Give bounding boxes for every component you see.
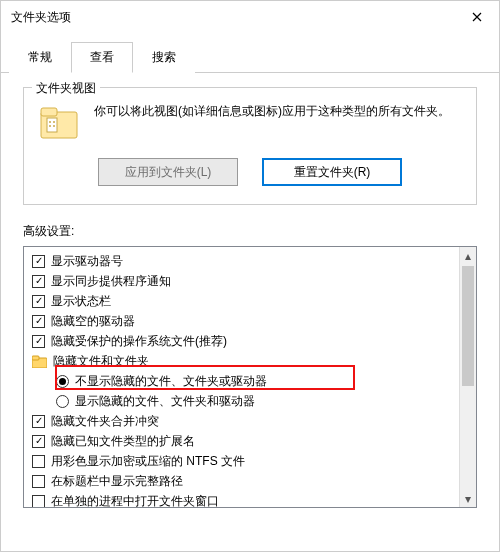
advanced-label: 高级设置: (23, 223, 477, 240)
list-item[interactable]: 显示状态栏 (26, 291, 474, 311)
list-item-radio[interactable]: 不显示隐藏的文件、文件夹或驱动器 (26, 371, 474, 391)
group-title: 文件夹视图 (32, 80, 100, 97)
tab-view[interactable]: 查看 (71, 42, 133, 73)
scrollbar[interactable]: ▴ ▾ (459, 247, 476, 507)
scroll-thumb[interactable] (462, 266, 474, 386)
list-item[interactable]: 在标题栏中显示完整路径 (26, 471, 474, 491)
list-item[interactable]: 显示驱动器号 (26, 251, 474, 271)
radio-icon[interactable] (56, 375, 69, 388)
close-button[interactable] (454, 1, 499, 33)
list-item[interactable]: 隐藏受保护的操作系统文件(推荐) (26, 331, 474, 351)
tab-search[interactable]: 搜索 (133, 42, 195, 73)
advanced-settings-list[interactable]: 显示驱动器号 显示同步提供程序通知 显示状态栏 隐藏空的驱动器 隐藏受保护的操作… (23, 246, 477, 508)
folder-icon (32, 355, 47, 368)
window-title: 文件夹选项 (11, 9, 71, 26)
svg-rect-2 (47, 118, 57, 132)
close-icon (472, 12, 482, 22)
checkbox-icon[interactable] (32, 275, 45, 288)
list-group-header[interactable]: 隐藏文件和文件夹 (26, 351, 474, 371)
svg-point-6 (53, 125, 55, 127)
scroll-down-icon[interactable]: ▾ (460, 490, 476, 507)
list-item[interactable]: 显示同步提供程序通知 (26, 271, 474, 291)
checkbox-icon[interactable] (32, 455, 45, 468)
folder-icon (38, 102, 80, 144)
list-item-radio[interactable]: 显示隐藏的文件、文件夹和驱动器 (26, 391, 474, 411)
checkbox-icon[interactable] (32, 335, 45, 348)
reset-folders-button[interactable]: 重置文件夹(R) (262, 158, 402, 186)
svg-point-5 (49, 125, 51, 127)
checkbox-icon[interactable] (32, 435, 45, 448)
tabs: 常规 查看 搜索 (1, 33, 499, 73)
list-item[interactable]: 在单独的进程中打开文件夹窗口 (26, 491, 474, 508)
radio-icon[interactable] (56, 395, 69, 408)
svg-rect-8 (32, 356, 39, 360)
checkbox-icon[interactable] (32, 315, 45, 328)
list-item[interactable]: 隐藏文件夹合并冲突 (26, 411, 474, 431)
checkbox-icon[interactable] (32, 295, 45, 308)
tab-content: 文件夹视图 你可以将此视图(如详细信息或图标)应用于这种类型的所有文件夹。 应用… (1, 73, 499, 508)
list-item[interactable]: 隐藏空的驱动器 (26, 311, 474, 331)
titlebar: 文件夹选项 (1, 1, 499, 33)
checkbox-icon[interactable] (32, 495, 45, 508)
list-item[interactable]: 隐藏已知文件类型的扩展名 (26, 431, 474, 451)
svg-rect-1 (41, 108, 57, 116)
group-text: 你可以将此视图(如详细信息或图标)应用于这种类型的所有文件夹。 (94, 102, 462, 144)
svg-point-3 (49, 121, 51, 123)
apply-to-folders-button[interactable]: 应用到文件夹(L) (98, 158, 238, 186)
checkbox-icon[interactable] (32, 415, 45, 428)
tab-general[interactable]: 常规 (9, 42, 71, 73)
svg-point-4 (53, 121, 55, 123)
folder-view-group: 文件夹视图 你可以将此视图(如详细信息或图标)应用于这种类型的所有文件夹。 应用… (23, 87, 477, 205)
list-item[interactable]: 用彩色显示加密或压缩的 NTFS 文件 (26, 451, 474, 471)
checkbox-icon[interactable] (32, 255, 45, 268)
scroll-up-icon[interactable]: ▴ (460, 247, 476, 264)
checkbox-icon[interactable] (32, 475, 45, 488)
